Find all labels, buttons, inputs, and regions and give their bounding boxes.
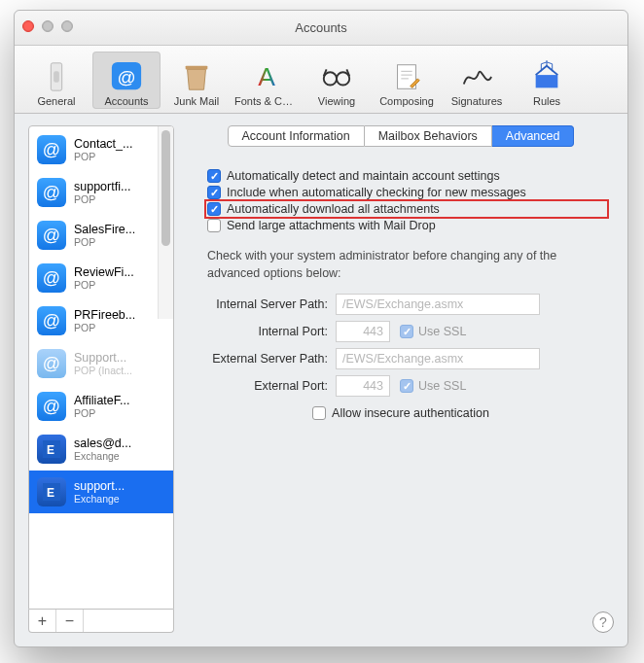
scrollbar[interactable] (158, 126, 173, 319)
toolbar-label: Signatures (451, 95, 503, 107)
external-server-path-row: External Server Path: (196, 348, 606, 369)
accounts-window: Accounts General @ Accounts Junk Mail A … (14, 10, 628, 647)
account-type: POP (74, 193, 167, 205)
account-row[interactable]: @ supportfi...POP (29, 171, 173, 214)
allow-insecure-row: Allow insecure authentication (196, 406, 606, 420)
checkbox-mail-drop[interactable] (207, 219, 221, 232)
switch-icon (38, 60, 75, 93)
toolbar-general[interactable]: General (22, 52, 90, 109)
tab-account-info[interactable]: Account Information (228, 125, 365, 147)
external-server-path-input[interactable] (336, 348, 540, 369)
at-icon: @ (37, 221, 66, 250)
toolbar-junk[interactable]: Junk Mail (162, 52, 231, 109)
toolbar-accounts[interactable]: @ Accounts (92, 52, 161, 109)
account-type: Exchange (74, 493, 167, 505)
toolbar-label: Viewing (318, 95, 355, 107)
svg-rect-12 (536, 75, 558, 87)
external-port-input[interactable] (336, 375, 390, 397)
toolbar-label: Composing (379, 95, 434, 107)
tab-mailbox-behaviors[interactable]: Mailbox Behaviors (365, 125, 492, 147)
titlebar: Accounts (15, 11, 627, 46)
account-name: Contact_... (74, 137, 167, 151)
toolbar-composing[interactable]: Composing (373, 52, 441, 109)
toolbar-label: Junk Mail (174, 95, 219, 107)
close-button[interactable] (22, 20, 34, 32)
account-sidebar: @ Contact_...POP @ supportfi...POP @ Sal… (28, 125, 174, 633)
advanced-form: Automatically detect and maintain accoun… (188, 147, 614, 420)
toolbar-fonts[interactable]: A Fonts & Colors (233, 52, 301, 109)
internal-port-input[interactable] (336, 321, 390, 342)
account-row[interactable]: @ ReviewFi...POP (29, 257, 173, 299)
field-label: Internal Port: (196, 325, 336, 338)
account-row[interactable]: @ AffiliateF...POP (29, 385, 173, 428)
account-type: POP (74, 151, 167, 162)
checkbox-row: Automatically detect and maintain accoun… (207, 169, 606, 183)
svg-point-6 (324, 72, 337, 85)
remove-account-button[interactable]: − (56, 610, 84, 632)
window-controls (22, 20, 73, 32)
external-port-row: External Port: Use SSL (196, 375, 606, 397)
tab-advanced[interactable]: Advanced (492, 125, 575, 147)
internal-port-row: Internal Port: Use SSL (196, 321, 606, 342)
toolbar-label: Accounts (104, 95, 148, 107)
checkbox-allow-insecure[interactable] (312, 406, 326, 420)
checkbox-auto-download[interactable] (207, 202, 221, 216)
toolbar-label: Rules (533, 95, 560, 107)
zoom-button[interactable] (61, 20, 73, 32)
toolbar-signatures[interactable]: Signatures (443, 52, 511, 109)
ssl-label: Use SSL (418, 379, 466, 393)
help-button[interactable]: ? (592, 611, 614, 633)
trash-icon (178, 60, 215, 93)
checkbox-internal-ssl (400, 325, 413, 338)
account-type: POP (74, 407, 167, 419)
ssl-label: Use SSL (418, 325, 466, 338)
svg-point-7 (337, 72, 349, 85)
account-type: POP (74, 322, 167, 333)
field-label: Internal Server Path: (196, 297, 336, 311)
svg-text:A: A (258, 62, 275, 91)
toolbar-rules[interactable]: Rules (513, 52, 581, 109)
checkbox-label: Send large attachments with Mail Drop (227, 219, 436, 232)
toolbar-viewing[interactable]: Viewing (303, 52, 371, 109)
add-account-button[interactable]: + (29, 610, 56, 632)
account-row[interactable]: @ SalesFire...POP (29, 214, 173, 257)
toolbar-label: General (37, 95, 75, 107)
rules-icon (528, 60, 565, 93)
exchange-icon: E (37, 477, 66, 506)
at-icon: @ (37, 263, 66, 293)
checkbox-row: Include when automatically checking for … (207, 186, 606, 199)
checkbox-row: Send large attachments with Mail Drop (207, 219, 606, 232)
exchange-icon: E (37, 435, 66, 464)
svg-text:@: @ (117, 67, 135, 87)
admin-hint: Check with your system administrator bef… (207, 248, 606, 282)
minimize-button[interactable] (42, 20, 54, 32)
toolbar-label: Fonts & Colors (234, 95, 299, 107)
prefs-toolbar: General @ Accounts Junk Mail A Fonts & C… (15, 46, 627, 114)
sidebar-footer: + − (28, 610, 174, 633)
account-type: Exchange (74, 450, 167, 462)
checkbox-label: Allow insecure authentication (332, 406, 489, 420)
account-type: POP (74, 236, 167, 248)
scrollbar-thumb[interactable] (161, 130, 170, 246)
account-name: support... (74, 479, 167, 493)
paper-icon (388, 60, 425, 93)
account-name: PRFireeb... (74, 308, 167, 322)
account-row[interactable]: E sales@d...Exchange (29, 428, 173, 471)
internal-server-path-row: Internal Server Path: (196, 294, 606, 315)
account-row[interactable]: @ Support...POP (Inact... (29, 342, 173, 385)
account-row[interactable]: @ Contact_...POP (29, 128, 173, 171)
checkbox-label: Automatically download all attachments (227, 202, 440, 216)
checkbox-include-checking[interactable] (207, 186, 221, 199)
account-type: POP (Inact... (74, 365, 167, 376)
at-icon: @ (37, 135, 66, 164)
account-name: Support... (74, 351, 167, 365)
checkbox-auto-detect[interactable] (207, 169, 221, 183)
svg-text:E: E (47, 443, 54, 457)
settings-panel: Account Information Mailbox Behaviors Ad… (188, 125, 614, 633)
content-area: @ Contact_...POP @ supportfi...POP @ Sal… (15, 114, 627, 646)
internal-server-path-input[interactable] (336, 294, 540, 315)
account-row[interactable]: @ PRFireeb...POP (29, 299, 173, 342)
account-name: sales@d... (74, 436, 167, 450)
account-row[interactable]: E support...Exchange (29, 471, 173, 513)
account-list: @ Contact_...POP @ supportfi...POP @ Sal… (28, 125, 174, 610)
